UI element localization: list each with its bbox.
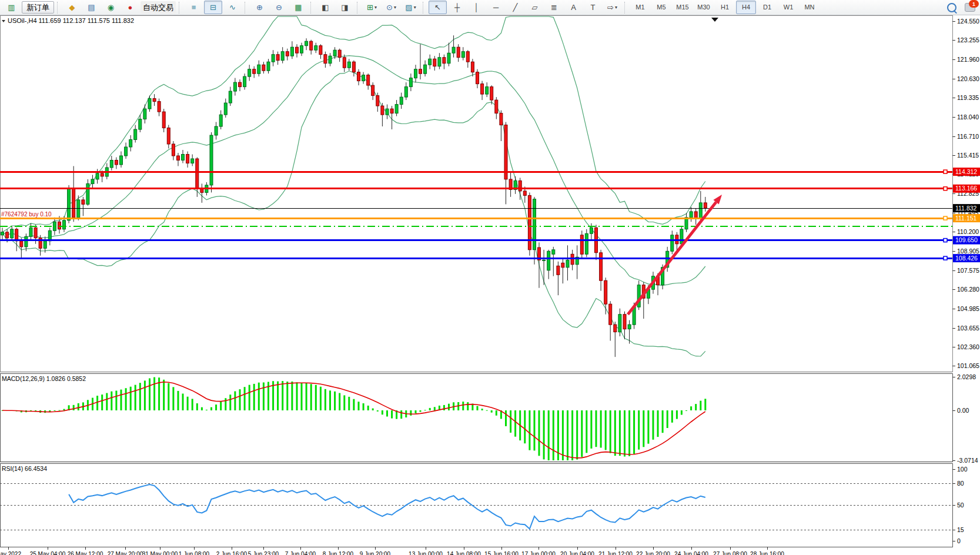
order-line-label: #7624792 buy 0.10 [1, 211, 52, 218]
crosshair-tool-icon[interactable]: ┼ [448, 1, 466, 14]
rsi-label: RSI(14) 66.4534 [2, 465, 47, 472]
channel-tool-icon[interactable]: ▱ [526, 1, 544, 14]
templates-icon[interactable]: ▨▾ [402, 1, 420, 14]
new-order-button[interactable]: 新订单 [22, 1, 54, 14]
svg-text:9 Jun 20:00: 9 Jun 20:00 [360, 551, 391, 555]
candlestick-chart-icon[interactable]: ⊟ [204, 1, 222, 14]
toolbar-separator [310, 2, 313, 14]
svg-text:111.832: 111.832 [955, 205, 977, 212]
macd-axis[interactable]: 2.02980.00-3.0714 [952, 373, 978, 463]
chart-header: USOil-,H4 111.659 112.137 111.575 111.83… [2, 17, 134, 24]
indicators-icon[interactable]: ⊞▾ [363, 1, 381, 14]
svg-text:May 2022: May 2022 [0, 551, 21, 555]
svg-text:0.00: 0.00 [957, 407, 969, 414]
toolbar-separator [179, 2, 182, 14]
label-tool-icon[interactable]: T [584, 1, 602, 14]
market-watch-icon[interactable]: ▤ [82, 1, 101, 14]
notifications-icon[interactable]: 1 [965, 3, 975, 12]
svg-text:0: 0 [957, 537, 961, 544]
line-chart-icon[interactable]: ∿ [223, 1, 242, 14]
svg-text:106.280: 106.280 [957, 286, 979, 293]
periods-icon[interactable]: ⊙▾ [382, 1, 400, 14]
svg-text:26 May 12:00: 26 May 12:00 [68, 551, 103, 555]
svg-text:31 May 00:00: 31 May 00:00 [142, 551, 178, 555]
fibonacci-tool-icon[interactable]: ≣ [545, 1, 563, 14]
svg-text:22 Jun 20:00: 22 Jun 20:00 [636, 551, 670, 555]
timeframe-h1[interactable]: H1 [715, 1, 735, 14]
search-icon[interactable] [947, 3, 956, 12]
svg-text:102.360: 102.360 [957, 343, 979, 350]
timeframe-w1[interactable]: W1 [778, 1, 798, 14]
notification-count-badge: 1 [969, 0, 979, 8]
svg-text:1 Jun 08:00: 1 Jun 08:00 [179, 551, 210, 555]
navigator-icon[interactable]: ◉ [102, 1, 120, 14]
svg-text:7 Jun 04:00: 7 Jun 04:00 [285, 551, 316, 555]
svg-text:123.255: 123.255 [957, 36, 979, 44]
vertical-line-tool-icon[interactable]: │ [467, 1, 486, 14]
svg-text:14 Jun 08:00: 14 Jun 08:00 [447, 551, 481, 555]
rsi-axis[interactable]: 1008050150 [952, 466, 968, 544]
svg-text:103.655: 103.655 [957, 325, 979, 332]
svg-text:107.575: 107.575 [957, 267, 979, 274]
svg-text:120.630: 120.630 [957, 75, 979, 82]
svg-text:100: 100 [957, 466, 968, 473]
price-chart-svg[interactable]: USOil-,H4 111.659 112.137 111.575 111.83… [0, 15, 980, 555]
svg-text:-3.0714: -3.0714 [957, 457, 978, 464]
timeframe-m30[interactable]: M30 [694, 1, 714, 14]
svg-text:108.905: 108.905 [957, 248, 979, 255]
svg-text:2 Jun 16:00: 2 Jun 16:00 [216, 551, 247, 555]
toolbar-separator [624, 2, 627, 14]
auto-trading-icon[interactable]: ● [121, 1, 139, 14]
svg-text:114.312: 114.312 [955, 168, 977, 175]
svg-text:108.426: 108.426 [955, 255, 978, 262]
svg-text:119.335: 119.335 [957, 94, 979, 101]
toolbar-separator [423, 2, 426, 14]
svg-text:109.650: 109.650 [955, 236, 978, 243]
zoom-in-icon[interactable]: ⊕ [250, 1, 269, 14]
auto-trading-button[interactable]: 自动交易 [141, 1, 176, 14]
svg-text:25 May 04:00: 25 May 04:00 [30, 551, 66, 555]
text-tool-icon[interactable]: A [564, 1, 583, 14]
auto-scroll-icon[interactable]: ◧ [316, 1, 335, 14]
svg-text:15: 15 [957, 526, 964, 533]
svg-text:111.151: 111.151 [955, 215, 977, 222]
svg-text:80: 80 [957, 480, 964, 487]
new-order-icon[interactable]: ▥ [2, 1, 21, 14]
macd-label: MACD(12,26,9) 1.0826 0.5852 [2, 375, 86, 382]
timeframe-m15[interactable]: M15 [673, 1, 693, 14]
svg-text:104.985: 104.985 [957, 305, 979, 312]
svg-text:2.0298: 2.0298 [957, 373, 976, 380]
arrows-tool-icon[interactable]: ⇨▾ [603, 1, 621, 14]
svg-text:110.200: 110.200 [957, 228, 979, 235]
timeframe-m5[interactable]: M5 [651, 1, 671, 14]
timeframe-m1[interactable]: M1 [630, 1, 650, 14]
timeframe-mn[interactable]: MN [800, 1, 820, 14]
zoom-out-icon[interactable]: ⊖ [270, 1, 288, 14]
svg-text:5 Jun 23:00: 5 Jun 23:00 [248, 551, 279, 555]
svg-text:101.065: 101.065 [957, 362, 979, 369]
chart-shift-icon[interactable]: ◨ [336, 1, 354, 14]
toolbar-separator [357, 2, 360, 14]
svg-text:124.550: 124.550 [957, 18, 979, 25]
svg-text:21 Jun 12:00: 21 Jun 12:00 [598, 551, 633, 555]
horizontal-line-tool-icon[interactable]: ─ [487, 1, 505, 14]
timeframe-h4[interactable]: H4 [736, 1, 756, 14]
trendline-tool-icon[interactable]: ╱ [506, 1, 524, 14]
bar-chart-icon[interactable]: ≡ [185, 1, 203, 14]
toolbar-separator [57, 2, 60, 14]
svg-text:50: 50 [957, 501, 964, 509]
price-axis[interactable]: 124.550123.255121.960120.630119.335118.0… [952, 18, 980, 369]
svg-text:121.960: 121.960 [957, 56, 979, 63]
timeframe-d1[interactable]: D1 [757, 1, 777, 14]
time-axis[interactable]: May 202225 May 04:0026 May 12:0027 May 2… [0, 547, 784, 555]
cursor-tool-icon[interactable]: ↖ [429, 1, 447, 14]
profile-icon[interactable]: ◆ [63, 1, 81, 14]
svg-text:17 Jun 00:00: 17 Jun 00:00 [521, 551, 556, 555]
tile-windows-icon[interactable]: ▦ [289, 1, 307, 14]
svg-text:24 Jun 04:00: 24 Jun 04:00 [674, 551, 708, 555]
svg-text:113.166: 113.166 [955, 185, 977, 192]
svg-text:27 May 20:00: 27 May 20:00 [108, 551, 143, 555]
svg-text:USOil-,H4 111.659 112.137 111: USOil-,H4 111.659 112.137 111.575 111.83… [8, 17, 134, 24]
chart-canvas[interactable]: USOil-,H4 111.659 112.137 111.575 111.83… [0, 15, 980, 555]
toolbar-separator [245, 2, 247, 14]
